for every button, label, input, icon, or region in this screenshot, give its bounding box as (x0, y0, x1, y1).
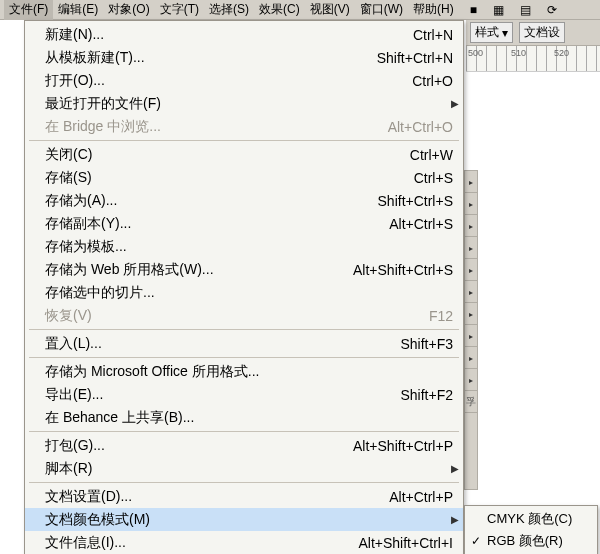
menu-shortcut: F12 (417, 308, 453, 324)
menu-item-label: 置入(L)... (45, 335, 388, 353)
menu-item-label: 打开(O)... (45, 72, 400, 90)
menu-shortcut: Shift+Ctrl+N (365, 50, 453, 66)
menu-item-label: 从模板新建(T)... (45, 49, 365, 67)
menu-item[interactable]: 打包(G)...Alt+Shift+Ctrl+P (25, 434, 463, 457)
menu-item-label: 存储副本(Y)... (45, 215, 377, 233)
menu-item-label: 打包(G)... (45, 437, 341, 455)
menu-item[interactable]: 导出(E)...Shift+F2 (25, 383, 463, 406)
menu-对象(O)[interactable]: 对象(O) (103, 0, 154, 20)
menu-视图(V)[interactable]: 视图(V) (305, 0, 355, 20)
file-menu-dropdown: 新建(N)...Ctrl+N从模板新建(T)...Shift+Ctrl+N打开(… (24, 20, 464, 554)
ruler-tick: 500 (468, 48, 483, 58)
expand-arrow-icon: ▸ (469, 244, 473, 253)
menu-item[interactable]: 存储(S)Ctrl+S (25, 166, 463, 189)
menu-separator (29, 482, 459, 483)
menu-item-label: 在 Bridge 中浏览... (45, 118, 376, 136)
panel-tab[interactable]: ▸ (465, 347, 477, 369)
submenu-item[interactable]: CMYK 颜色(C) (465, 508, 597, 530)
ruler-tick: 510 (511, 48, 526, 58)
panel-tab[interactable]: 孚 (465, 391, 477, 413)
menu-item[interactable]: 新建(N)...Ctrl+N (25, 23, 463, 46)
menu-item-label: 存储为(A)... (45, 192, 366, 210)
menu-shortcut: Shift+Ctrl+S (366, 193, 453, 209)
menu-item[interactable]: 存储选中的切片... (25, 281, 463, 304)
menu-item-label: 脚本(R) (45, 460, 453, 478)
menu-item-label: 恢复(V) (45, 307, 417, 325)
menu-item[interactable]: 关闭(C)Ctrl+W (25, 143, 463, 166)
menu-item-label: 文档设置(D)... (45, 488, 377, 506)
menu-shortcut: Ctrl+W (398, 147, 453, 163)
ruler-tick: 520 (554, 48, 569, 58)
menu-shortcut: Alt+Ctrl+S (377, 216, 453, 232)
doc-setup-button[interactable]: 文档设 (519, 22, 565, 43)
options-bar: 样式 ▾ 文档设 (466, 20, 600, 46)
panel-tab[interactable]: ▸ (465, 171, 477, 193)
panel-tab[interactable]: ▸ (465, 193, 477, 215)
menu-选择(S)[interactable]: 选择(S) (204, 0, 254, 20)
menu-shortcut: Shift+F2 (388, 387, 453, 403)
menu-item-label: 文件信息(I)... (45, 534, 346, 552)
toolbar-icon[interactable]: ▤ (515, 1, 536, 19)
menu-item[interactable]: 在 Behance 上共享(B)... (25, 406, 463, 429)
menu-item-label: 存储为 Web 所用格式(W)... (45, 261, 341, 279)
menu-separator (29, 357, 459, 358)
menu-item-label: 文档颜色模式(M) (45, 511, 453, 529)
menu-item[interactable]: 文档设置(D)...Alt+Ctrl+P (25, 485, 463, 508)
menu-item-label: 存储选中的切片... (45, 284, 453, 302)
menu-文字(T)[interactable]: 文字(T) (155, 0, 204, 20)
expand-arrow-icon: ▸ (469, 200, 473, 209)
color-mode-submenu: CMYK 颜色(C)✓RGB 颜色(R) (464, 505, 598, 554)
menu-separator (29, 140, 459, 141)
menu-shortcut: Shift+F3 (388, 336, 453, 352)
menu-文件(F)[interactable]: 文件(F) (4, 0, 53, 20)
menu-shortcut: Alt+Shift+Ctrl+P (341, 438, 453, 454)
menu-item[interactable]: 脚本(R)▶ (25, 457, 463, 480)
expand-arrow-icon: ▸ (469, 354, 473, 363)
menu-item[interactable]: 打开(O)...Ctrl+O (25, 69, 463, 92)
menu-item[interactable]: 最近打开的文件(F)▶ (25, 92, 463, 115)
menu-编辑(E)[interactable]: 编辑(E) (53, 0, 103, 20)
menu-item-label: 新建(N)... (45, 26, 401, 44)
toolbar-icon[interactable]: ▦ (488, 1, 509, 19)
canvas-area (466, 72, 600, 554)
menu-shortcut: Ctrl+S (402, 170, 453, 186)
expand-arrow-icon: ▸ (469, 332, 473, 341)
submenu-item[interactable]: ✓RGB 颜色(R) (465, 530, 597, 552)
expand-arrow-icon: ▸ (469, 266, 473, 275)
panel-tab[interactable]: ▸ (465, 215, 477, 237)
menu-shortcut: Alt+Shift+Ctrl+S (341, 262, 453, 278)
menu-item-label: 导出(E)... (45, 386, 388, 404)
submenu-arrow-icon: ▶ (451, 463, 459, 474)
submenu-arrow-icon: ▶ (451, 514, 459, 525)
menu-item[interactable]: 存储为(A)...Shift+Ctrl+S (25, 189, 463, 212)
check-icon: ✓ (471, 534, 481, 548)
toolbar-icon[interactable]: ⟳ (542, 1, 562, 19)
menu-item[interactable]: 存储为 Web 所用格式(W)...Alt+Shift+Ctrl+S (25, 258, 463, 281)
submenu-item-label: CMYK 颜色(C) (487, 510, 587, 528)
panel-tab[interactable]: ▸ (465, 237, 477, 259)
menu-separator (29, 329, 459, 330)
menu-item-label: 存储为模板... (45, 238, 453, 256)
menu-item: 在 Bridge 中浏览...Alt+Ctrl+O (25, 115, 463, 138)
panel-tab[interactable]: ▸ (465, 303, 477, 325)
menu-item[interactable]: 文档颜色模式(M)▶ (25, 508, 463, 531)
menu-item[interactable]: 文件信息(I)...Alt+Shift+Ctrl+I (25, 531, 463, 554)
menu-item[interactable]: 存储为模板... (25, 235, 463, 258)
menu-帮助(H)[interactable]: 帮助(H) (408, 0, 459, 20)
menu-item[interactable]: 存储副本(Y)...Alt+Ctrl+S (25, 212, 463, 235)
menu-item[interactable]: 从模板新建(T)...Shift+Ctrl+N (25, 46, 463, 69)
menu-item[interactable]: 置入(L)...Shift+F3 (25, 332, 463, 355)
panel-tab[interactable]: ▸ (465, 369, 477, 391)
panel-tab[interactable]: ▸ (465, 325, 477, 347)
style-dropdown[interactable]: 样式 ▾ (470, 22, 513, 43)
menu-item[interactable]: 存储为 Microsoft Office 所用格式... (25, 360, 463, 383)
expand-arrow-icon: ▸ (469, 310, 473, 319)
menu-shortcut: Alt+Ctrl+P (377, 489, 453, 505)
menu-shortcut: Ctrl+O (400, 73, 453, 89)
menu-窗口(W)[interactable]: 窗口(W) (355, 0, 408, 20)
panel-tab[interactable]: ▸ (465, 259, 477, 281)
menu-效果(C)[interactable]: 效果(C) (254, 0, 305, 20)
menu-shortcut: Alt+Ctrl+O (376, 119, 453, 135)
toolbar-icon[interactable]: ■ (465, 1, 482, 19)
panel-tab[interactable]: ▸ (465, 281, 477, 303)
